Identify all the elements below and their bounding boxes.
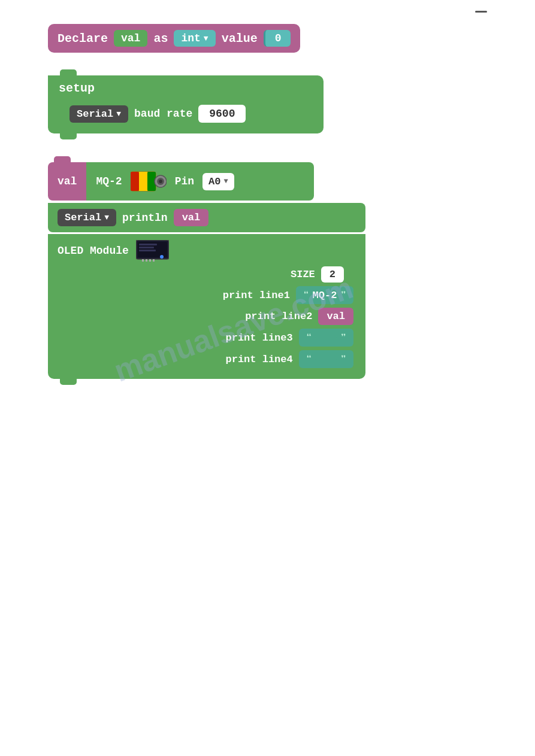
serial-dropdown-loop[interactable]: Serial ▼ bbox=[58, 209, 116, 226]
svg-rect-15 bbox=[149, 259, 151, 262]
oled-block: OLED Module bbox=[48, 234, 365, 379]
print-line4-row: print line4 ❝ ❞ bbox=[58, 350, 356, 368]
mq2-block: MQ-2 bbox=[86, 162, 314, 201]
pin-dropdown[interactable]: A0 ▼ bbox=[202, 173, 234, 190]
declare-value-box[interactable]: 0 bbox=[264, 30, 291, 47]
svg-rect-10 bbox=[139, 247, 154, 248]
pin-value: A0 bbox=[208, 176, 220, 187]
pin-label: Pin bbox=[175, 175, 194, 187]
svg-rect-11 bbox=[139, 250, 156, 251]
pin-arrow: ▼ bbox=[223, 177, 228, 186]
print-line1-open-quote: ❝ bbox=[303, 289, 309, 301]
setup-bottom-connector bbox=[60, 133, 77, 139]
print-line1-row: print line1 ❝ MQ-2 ❞ bbox=[58, 286, 356, 304]
loop-top-row: val MQ-2 bbox=[48, 162, 314, 201]
size-row: SIZE 2 bbox=[58, 266, 356, 283]
oled-header-row: OLED Module bbox=[58, 240, 356, 262]
serial-arrow: ▼ bbox=[116, 110, 121, 119]
declare-label: Declare bbox=[58, 32, 108, 45]
print-line1-close-quote: ❞ bbox=[340, 289, 346, 301]
print-line4-open-quote: ❝ bbox=[306, 353, 312, 365]
size-value[interactable]: 2 bbox=[321, 266, 344, 283]
oled-chip-icon bbox=[136, 240, 169, 262]
declare-var-pill: val bbox=[114, 30, 147, 47]
svg-rect-2 bbox=[139, 172, 147, 191]
print-line1-string-pill[interactable]: ❝ MQ-2 ❞ bbox=[296, 286, 353, 304]
svg-point-6 bbox=[159, 180, 162, 183]
declare-as-label: as bbox=[153, 32, 168, 45]
serial-dropdown[interactable]: Serial ▼ bbox=[69, 105, 128, 123]
svg-rect-1 bbox=[131, 172, 139, 191]
oled-module-label: OLED Module bbox=[58, 245, 129, 257]
serial-label: Serial bbox=[77, 108, 113, 120]
declare-type-arrow: ▼ bbox=[204, 34, 208, 43]
serial-loop-arrow: ▼ bbox=[104, 213, 109, 222]
baud-label: baud rate bbox=[134, 108, 192, 120]
print-line4-label: print line4 bbox=[203, 354, 293, 365]
loop-top-connector bbox=[54, 156, 71, 162]
svg-point-12 bbox=[160, 255, 164, 259]
print-line4-close-quote: ❞ bbox=[340, 353, 346, 365]
setup-body: Serial ▼ baud rate 9600 bbox=[48, 101, 324, 133]
print-line3-value-box bbox=[315, 336, 337, 339]
sensor-chip-icon bbox=[131, 169, 167, 193]
print-line4-value-box bbox=[315, 358, 337, 360]
declare-type-pill[interactable]: int ▼ bbox=[174, 30, 215, 47]
println-val-pill: val bbox=[174, 209, 209, 226]
serial-loop-label: Serial bbox=[65, 212, 101, 223]
svg-rect-16 bbox=[153, 259, 155, 262]
baud-value[interactable]: 9600 bbox=[198, 105, 246, 123]
svg-rect-9 bbox=[139, 244, 157, 245]
print-line3-row: print line3 ❝ ❞ bbox=[58, 329, 356, 347]
setup-label: setup bbox=[48, 75, 324, 101]
print-line3-close-quote: ❞ bbox=[340, 332, 346, 344]
print-line1-label: print line1 bbox=[200, 290, 290, 301]
setup-block: setup Serial ▼ baud rate 9600 bbox=[48, 75, 324, 133]
print-line4-string-pill[interactable]: ❝ ❞ bbox=[299, 350, 353, 368]
print-line3-label: print line3 bbox=[203, 332, 293, 344]
print-line2-row: print line2 val bbox=[58, 308, 356, 325]
print-line1-value: MQ-2 bbox=[313, 290, 337, 301]
svg-rect-14 bbox=[146, 259, 147, 262]
setup-top-connector bbox=[60, 69, 77, 75]
serial-println-block: Serial ▼ println val bbox=[48, 203, 365, 232]
print-line3-string-pill[interactable]: ❝ ❞ bbox=[299, 329, 353, 347]
mq2-label: MQ-2 bbox=[96, 175, 122, 187]
println-label: println bbox=[122, 212, 168, 224]
print-line2-val-pill: val bbox=[318, 308, 353, 325]
print-line2-label: print line2 bbox=[222, 311, 312, 322]
print-line3-open-quote: ❝ bbox=[306, 332, 312, 344]
size-label: SIZE bbox=[291, 269, 315, 280]
declare-type-label: int bbox=[181, 32, 200, 44]
val-tag: val bbox=[48, 162, 86, 201]
declare-block: Declare val as int ▼ value 0 bbox=[48, 24, 300, 53]
svg-rect-13 bbox=[142, 259, 144, 262]
setup-inner-row: Serial ▼ baud rate 9600 bbox=[69, 105, 313, 123]
declare-value-label: value bbox=[222, 32, 258, 45]
loop-bottom-connector bbox=[60, 379, 77, 385]
